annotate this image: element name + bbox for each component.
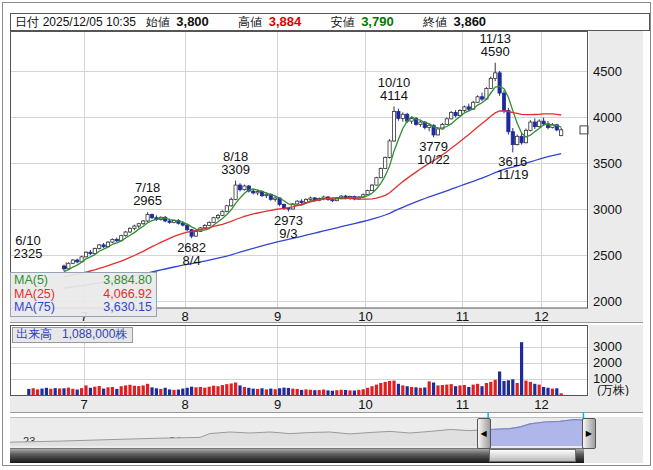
price-axis: 200025003000350040004500	[589, 31, 643, 308]
scrollbar-thumb[interactable]	[489, 449, 575, 462]
price-tick-label: 3500	[593, 156, 622, 171]
range-handle-left[interactable]: ◀	[477, 418, 491, 449]
price-tick-label: 2500	[593, 248, 622, 263]
ma5-label: MA(5)	[14, 274, 48, 288]
year-tick-label: 24	[169, 435, 181, 447]
price-tick-label: 2000	[593, 294, 622, 309]
month-tick-label: 12	[527, 309, 557, 324]
open-value: 3,800	[176, 14, 209, 29]
year-tick-label: 23	[23, 435, 35, 447]
ma-legend: MA(5)3,884.80 MA(25)4,066.92 MA(75)3,630…	[10, 272, 157, 317]
price-tick-label: 4000	[593, 110, 622, 125]
year-tick-label: 25	[320, 435, 332, 447]
date-label: 日付	[15, 15, 39, 29]
month-tick-label: 8	[170, 309, 200, 324]
date-value: 2025/12/05 10:35	[43, 15, 136, 29]
ohlc-header: 日付 2025/12/05 10:35 始値 3,800 高値 3,884 安値…	[10, 13, 650, 31]
ma25-value: 4,066.92	[103, 288, 152, 302]
volume-tick-label: 3000	[593, 339, 622, 354]
low-value: 3,790	[361, 14, 394, 29]
range-navigator[interactable]: 232425	[10, 417, 584, 448]
close-value: 3,860	[454, 14, 487, 29]
month-tick-label: 8	[170, 397, 200, 412]
price-tick-label: 3000	[593, 202, 622, 217]
volume-value: 1,088,000株	[62, 327, 127, 341]
ma75-value: 3,630.15	[103, 301, 152, 315]
month-tick-label: 10	[351, 397, 381, 412]
stock-chart-app: { "header": { "date_label": "日付", "date"…	[0, 0, 653, 470]
close-label: 終値	[423, 15, 447, 29]
month-tick-label: 9	[263, 309, 293, 324]
volume-tick-label: 2000	[593, 355, 622, 370]
month-tick-label: 10	[351, 309, 381, 324]
low-label: 安値	[331, 15, 355, 29]
volume-readout: 出来高1,088,000株	[12, 327, 133, 343]
open-label: 始値	[146, 15, 170, 29]
month-tick-label: 12	[527, 397, 557, 412]
volume-axis: 300020001000(万株)	[589, 325, 643, 396]
month-tick-label: 9	[263, 397, 293, 412]
month-tick-label: 7	[69, 397, 99, 412]
ma25-label: MA(25)	[14, 288, 55, 302]
month-tick-label: 11	[447, 309, 477, 324]
price-tick-label: 4500	[593, 64, 622, 79]
month-tick-label: 11	[447, 397, 477, 412]
range-handle-right[interactable]: ▶	[582, 418, 596, 449]
ma5-value: 3,884.80	[103, 274, 152, 288]
high-value: 3,884	[269, 14, 302, 29]
ma75-label: MA(75)	[14, 301, 55, 315]
volume-label: 出来高	[16, 327, 52, 341]
month-axis-volume: 789101112	[10, 396, 643, 413]
high-label: 高値	[238, 15, 262, 29]
